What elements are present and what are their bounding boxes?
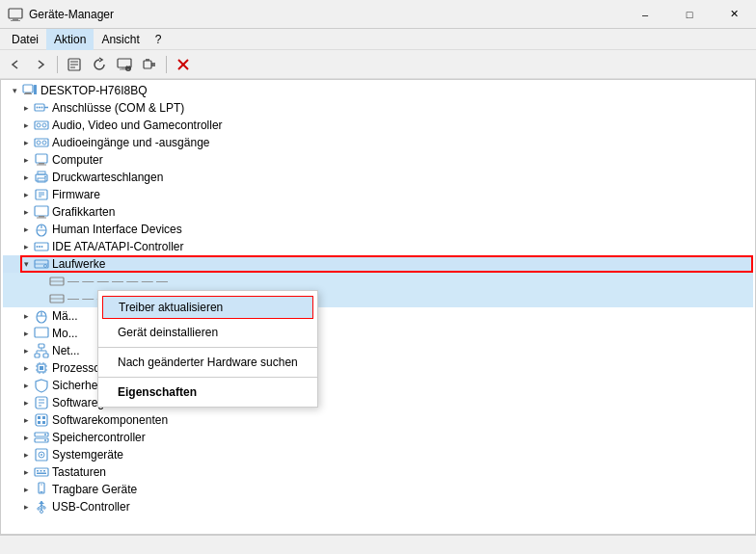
svg-rect-106 <box>40 491 43 493</box>
svg-point-30 <box>37 123 40 127</box>
svg-rect-66 <box>35 328 48 337</box>
tree-node-systemgeraete-label: Systemgeräte <box>52 448 123 462</box>
expand-audioeingaenge[interactable] <box>18 135 34 150</box>
toolbar-back-button[interactable] <box>4 53 27 76</box>
toolbar-plugin-button[interactable] <box>138 53 161 76</box>
tree-node-audio-label: Audio, Video und Gamecontroller <box>52 119 223 132</box>
expand-tastaturen[interactable] <box>18 464 34 480</box>
toolbar-forward-button[interactable] <box>29 53 52 76</box>
tree-node-root[interactable]: DESKTOP-H76I8BQ <box>3 82 753 99</box>
tree-node-ide[interactable]: IDE ATA/ATAPI-Controller <box>3 238 753 255</box>
tree-node-tastaturen[interactable]: Tastaturen <box>3 463 753 481</box>
svg-rect-48 <box>37 218 46 219</box>
tree-node-computer[interactable]: Computer <box>3 151 753 169</box>
expand-systemgeraete[interactable] <box>18 447 34 462</box>
svg-rect-103 <box>43 470 45 472</box>
tree-node-grafik[interactable]: Grafikkarten <box>3 203 753 221</box>
back-icon <box>8 57 23 72</box>
svg-rect-101 <box>37 470 39 472</box>
expand-grafik[interactable] <box>18 204 34 220</box>
svg-rect-21 <box>25 92 31 93</box>
context-menu-uninstall[interactable]: Gerät deinstallieren <box>98 321 317 344</box>
expand-drucker[interactable] <box>18 170 34 185</box>
expand-audio[interactable] <box>18 118 34 133</box>
expand-laufwerk2 <box>34 291 49 306</box>
svg-rect-90 <box>42 416 45 419</box>
tree-node-systemgeraete[interactable]: Systemgeräte <box>3 446 753 463</box>
tree-node-usb[interactable]: USB-Controller <box>3 498 753 515</box>
maximize-button[interactable]: □ <box>667 0 712 29</box>
toolbar-sep-2 <box>166 56 167 73</box>
expand-usb[interactable] <box>18 499 34 514</box>
expand-computer[interactable] <box>18 152 34 168</box>
close-button[interactable]: ✕ <box>712 0 756 29</box>
tree-node-grafik-label: Grafikkarten <box>52 205 115 219</box>
tree-node-drucker[interactable]: Druckwarteschlangen <box>3 169 753 186</box>
expand-software[interactable] <box>18 395 34 410</box>
icon-ide <box>34 239 49 254</box>
svg-rect-36 <box>39 163 44 165</box>
svg-point-113 <box>40 511 43 514</box>
context-menu-properties[interactable]: Eigenschaften <box>98 381 317 404</box>
expand-monitor[interactable] <box>18 326 34 341</box>
forward-icon <box>33 57 48 72</box>
svg-rect-13 <box>144 61 151 68</box>
tree-node-laufwerke-label: Laufwerke <box>52 257 105 271</box>
svg-rect-75 <box>40 366 43 370</box>
svg-point-33 <box>37 141 40 145</box>
expand-softwarekomp[interactable] <box>18 412 34 428</box>
icon-software <box>34 395 49 410</box>
icon-portable <box>34 482 49 497</box>
toolbar-delete-button[interactable] <box>172 53 195 76</box>
toolbar-refresh-button[interactable] <box>88 53 111 76</box>
expand-ide[interactable] <box>18 239 34 254</box>
menu-aktion[interactable]: Aktion <box>46 29 94 50</box>
menu-ansicht[interactable]: Ansicht <box>94 29 147 50</box>
expand-root[interactable] <box>7 83 22 98</box>
expand-tragbare[interactable] <box>18 482 34 497</box>
expand-firmware[interactable] <box>18 187 34 202</box>
expand-sicherheit[interactable] <box>18 378 34 393</box>
expand-hid[interactable] <box>18 222 34 237</box>
svg-point-99 <box>40 454 42 456</box>
svg-rect-39 <box>38 171 45 174</box>
menu-help[interactable]: ? <box>148 29 170 50</box>
properties-icon <box>67 57 82 72</box>
tree-node-speicher[interactable]: Speichercontroller <box>3 429 753 446</box>
expand-speicher[interactable] <box>18 430 34 445</box>
toolbar-scan-button[interactable] <box>113 53 136 76</box>
toolbar <box>0 50 756 79</box>
expand-netzwerk[interactable] <box>18 343 34 358</box>
tree-node-hid-label: Human Interface Devices <box>52 223 182 236</box>
icon-printer <box>34 170 49 185</box>
icon-network <box>34 343 49 358</box>
svg-rect-100 <box>35 468 48 476</box>
tree-node-firmware[interactable]: Firmware <box>3 186 753 203</box>
icon-firmware <box>34 187 49 202</box>
context-menu-scan-label: Nach geänderter Hardware suchen <box>118 356 298 369</box>
tree-node-laufwerk1[interactable]: — — — — — — — <box>3 273 753 290</box>
context-menu-scan[interactable]: Nach geänderter Hardware suchen <box>98 351 317 374</box>
plugin-icon <box>142 57 157 72</box>
expand-laufwerke[interactable] <box>18 256 34 272</box>
svg-rect-35 <box>36 154 47 163</box>
tree-node-audioeingaenge[interactable]: Audioeingänge und -ausgänge <box>3 134 753 151</box>
menu-datei[interactable]: Datei <box>4 29 46 50</box>
toolbar-properties-button[interactable] <box>63 53 86 76</box>
svg-rect-68 <box>35 354 40 357</box>
expand-prozessoren[interactable] <box>18 360 34 376</box>
tree-node-audio[interactable]: Audio, Video und Gamecontroller <box>3 117 753 134</box>
expand-maeuse[interactable] <box>18 308 34 324</box>
expand-anschluesse[interactable] <box>18 100 34 116</box>
icon-audio <box>34 118 49 133</box>
tree-node-laufwerke[interactable]: Laufwerke <box>3 255 753 273</box>
svg-rect-67 <box>39 344 44 348</box>
tree-node-hid[interactable]: Human Interface Devices <box>3 221 753 238</box>
expand-laufwerk1 <box>34 274 49 289</box>
tree-node-anschluesse[interactable]: Anschlüsse (COM & LPT) <box>3 99 753 117</box>
tree-node-tragbare[interactable]: Tragbare Geräte <box>3 481 753 498</box>
tree-node-drucker-label: Druckwarteschlangen <box>52 171 163 184</box>
context-menu-update-driver[interactable]: Treiber aktualisieren <box>102 296 313 319</box>
tree-node-softwarekomp[interactable]: Softwarekomponenten <box>3 411 753 429</box>
minimize-button[interactable]: – <box>623 0 667 29</box>
